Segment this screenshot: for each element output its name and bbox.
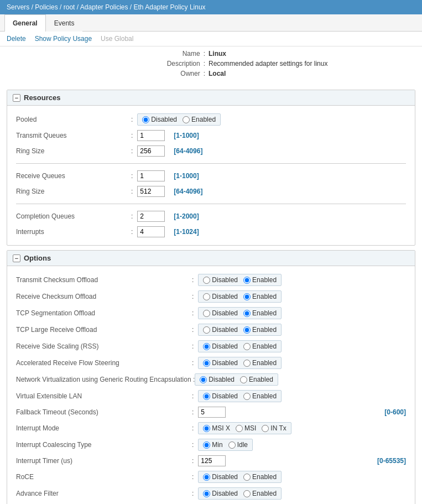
vxlan-disabled[interactable]: Disabled: [203, 392, 238, 400]
roce-enabled-radio[interactable]: [243, 474, 251, 481]
nvgre-disabled[interactable]: Disabled: [200, 376, 235, 383]
nvgre-label: Network Virtualization using Generic Rou…: [16, 376, 195, 383]
completion-queues-range: [1-2000]: [174, 212, 199, 220]
name-row: Name : Linux: [150, 50, 415, 58]
name-value: Linux: [209, 50, 226, 58]
interrupts-input[interactable]: [137, 226, 165, 237]
interrupt-coalescing-label: Interrupt Coalescing Type: [16, 441, 187, 449]
coalescing-min-radio[interactable]: [203, 441, 210, 449]
receive-ring-size-value: [64-4096]: [137, 186, 202, 197]
nvgre-enabled-radio[interactable]: [240, 376, 247, 383]
pooled-disabled-radio[interactable]: [142, 116, 149, 123]
breadcrumb-adapter-policies[interactable]: Adapter Policies: [80, 3, 128, 11]
tx-checksum-disabled[interactable]: Disabled: [203, 276, 238, 284]
interrupt-timer-value: [0-65535]: [198, 455, 406, 466]
pooled-enabled-radio[interactable]: [183, 116, 190, 123]
rss-enabled[interactable]: Enabled: [243, 342, 277, 350]
interrupt-mode-msix[interactable]: MSI X: [203, 424, 230, 432]
transmit-queues-value: [1-1000]: [137, 130, 199, 141]
advance-filter-disabled[interactable]: Disabled: [203, 490, 238, 497]
rss-disabled-radio[interactable]: [203, 343, 210, 350]
rss-enabled-radio[interactable]: [243, 343, 251, 350]
completion-queues-input[interactable]: [137, 211, 165, 222]
pooled-disabled-option[interactable]: Disabled: [142, 116, 177, 123]
tab-general[interactable]: General: [4, 14, 46, 32]
nvgre-enabled[interactable]: Enabled: [240, 376, 273, 383]
tcp-seg-disabled[interactable]: Disabled: [203, 309, 238, 317]
tx-checksum-enabled[interactable]: Enabled: [243, 276, 277, 284]
divider-1: [16, 163, 406, 164]
pooled-enabled-option[interactable]: Enabled: [183, 116, 216, 123]
interrupt-mode-intx-radio[interactable]: [262, 425, 269, 432]
arfs-enabled[interactable]: Enabled: [243, 359, 277, 367]
tcp-lro-disabled[interactable]: Disabled: [203, 326, 238, 334]
tcp-seg-disabled-radio[interactable]: [203, 310, 210, 317]
tcp-lro-enabled[interactable]: Enabled: [243, 326, 277, 334]
tcp-lro-radio-group: Disabled Enabled: [198, 324, 282, 336]
advance-filter-value: Disabled Enabled: [198, 487, 282, 500]
vxlan-disabled-radio[interactable]: [203, 393, 210, 400]
coalescing-idle-radio[interactable]: [228, 441, 236, 449]
interrupt-timer-input[interactable]: [198, 455, 226, 466]
interrupt-mode-msix-radio[interactable]: [203, 425, 210, 432]
vxlan-enabled-radio[interactable]: [243, 393, 251, 400]
breadcrumb-root[interactable]: root: [64, 3, 75, 11]
interrupt-mode-msi[interactable]: MSI: [236, 424, 256, 432]
fallback-timeout-input[interactable]: [198, 407, 226, 418]
tcp-lro-enabled-radio[interactable]: [243, 326, 251, 334]
rss-disabled[interactable]: Disabled: [203, 342, 238, 350]
transmit-queues-input[interactable]: [137, 130, 165, 141]
rx-checksum-disabled[interactable]: Disabled: [203, 293, 238, 300]
tcp-seg-label: TCP Segmentation Offload: [16, 309, 187, 317]
receive-checksum-label: Receive Checksum Offload: [16, 293, 187, 300]
description-row: Description : Recommended adapter settin…: [150, 60, 415, 67]
advance-filter-disabled-radio[interactable]: [203, 490, 210, 497]
receive-ring-size-input[interactable]: [137, 186, 165, 197]
coalescing-min[interactable]: Min: [203, 441, 222, 449]
transmit-ring-size-range: [64-4096]: [174, 147, 202, 155]
vxlan-enabled[interactable]: Enabled: [243, 392, 277, 400]
options-collapse-icon[interactable]: −: [13, 254, 20, 262]
arfs-enabled-radio[interactable]: [243, 360, 251, 367]
rx-checksum-enabled[interactable]: Enabled: [243, 293, 277, 300]
advance-filter-enabled[interactable]: Enabled: [243, 490, 277, 497]
options-section: − Options Transmit Checksum Offload : Di…: [7, 250, 415, 504]
tcp-seg-enabled[interactable]: Enabled: [243, 309, 277, 317]
interrupt-mode-label: Interrupt Mode: [16, 424, 187, 432]
advance-filter-row: Advance Filter : Disabled Enabled: [16, 485, 406, 502]
resources-collapse-icon[interactable]: −: [13, 94, 20, 102]
delete-link[interactable]: Delete: [7, 35, 26, 43]
breadcrumb-servers[interactable]: Servers: [7, 3, 29, 11]
roce-row: RoCE : Disabled Enabled: [16, 469, 406, 485]
roce-enabled[interactable]: Enabled: [243, 473, 277, 481]
tcp-lro-disabled-radio[interactable]: [203, 326, 210, 334]
show-policy-usage-link[interactable]: Show Policy Usage: [35, 35, 92, 43]
breadcrumb-policies[interactable]: Policies: [35, 3, 58, 11]
tcp-lro-label: TCP Large Receive Offload: [16, 326, 187, 334]
tx-checksum-disabled-radio[interactable]: [203, 277, 210, 284]
interrupt-mode-msi-radio[interactable]: [236, 425, 243, 432]
advance-filter-enabled-radio[interactable]: [243, 490, 251, 497]
breadcrumb: Servers / Policies / root / Adapter Poli…: [0, 0, 422, 14]
transmit-ring-size-input[interactable]: [137, 146, 165, 157]
completion-queues-row: Completion Queues : [1-2000]: [16, 209, 406, 224]
divider-2: [16, 204, 406, 204]
nvgre-disabled-radio[interactable]: [200, 376, 207, 383]
actions-bar: Delete Show Policy Usage Use Global: [0, 32, 422, 46]
description-value: Recommended adapter settings for linux: [209, 60, 327, 67]
interrupt-mode-intx[interactable]: IN Tx: [262, 424, 286, 432]
arfs-disabled-radio[interactable]: [203, 360, 210, 367]
tcp-seg-enabled-radio[interactable]: [243, 310, 251, 317]
completion-queues-label: Completion Queues: [16, 212, 127, 220]
roce-disabled-radio[interactable]: [203, 474, 210, 481]
rx-checksum-enabled-radio[interactable]: [243, 293, 251, 300]
arfs-disabled[interactable]: Disabled: [203, 359, 238, 367]
roce-disabled[interactable]: Disabled: [203, 473, 238, 481]
rx-checksum-disabled-radio[interactable]: [203, 293, 210, 300]
nvgre-value: Disabled Enabled: [195, 373, 278, 386]
receive-queues-input[interactable]: [137, 170, 165, 181]
main-content: General Events Delete Show Policy Usage …: [0, 14, 422, 504]
tx-checksum-enabled-radio[interactable]: [243, 277, 251, 284]
coalescing-idle[interactable]: Idle: [228, 441, 248, 449]
tab-events[interactable]: Events: [46, 14, 83, 32]
